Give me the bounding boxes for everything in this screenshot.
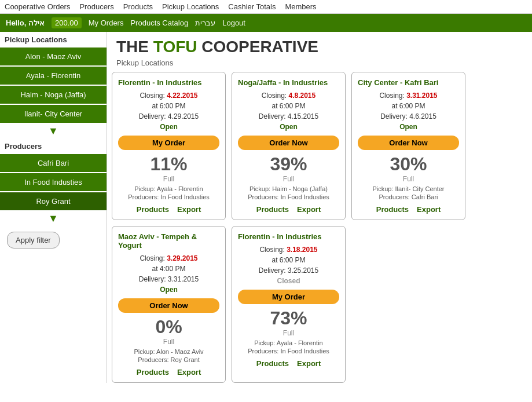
pickup-detail: Pickup: Ilanit- City Center xyxy=(358,185,459,192)
pickup-detail: Pickup: Ayala - Florentin xyxy=(238,339,339,346)
card-links: Products Export xyxy=(118,368,219,377)
order-card: Florentin - In Industries Closing: 4.22.… xyxy=(112,72,226,220)
closing-time: at 6:00 PM xyxy=(391,102,425,110)
order-status: Closed xyxy=(277,277,300,285)
closing-date: 4.8.2015 xyxy=(288,92,315,100)
order-card: Noga/Jaffa - In Industries Closing: 4.8.… xyxy=(232,72,346,220)
percent-display: 0% xyxy=(118,316,219,338)
pickup-section-title: Pickup Locations xyxy=(0,32,107,47)
site-title-rest: COOPERATIVE xyxy=(197,38,318,56)
pickup-detail: Pickup: Ayala - Florentin xyxy=(118,185,219,192)
producers-chevron-down[interactable]: ▼ xyxy=(0,211,107,226)
hebrew-link[interactable]: עברית xyxy=(195,19,215,27)
card-closing-info: Closing: 3.18.2015 at 6:00 PM Delivery: … xyxy=(238,244,339,286)
products-link[interactable]: Products xyxy=(256,205,289,214)
sidebar-item-ilanit[interactable]: Ilanit- City Center xyxy=(0,105,107,123)
percent-display: 30% xyxy=(358,154,459,175)
export-link[interactable]: Export xyxy=(177,368,201,377)
order-status: Open xyxy=(280,123,298,131)
producers-detail: Producers: Cafri Bari xyxy=(358,193,459,200)
credit-amount: 200.00 xyxy=(52,17,82,28)
products-link[interactable]: Products xyxy=(137,368,169,377)
site-title-highlight: TOFU xyxy=(153,38,197,56)
closing-time: at 4:00 PM xyxy=(152,265,185,273)
export-link[interactable]: Export xyxy=(417,205,441,214)
nav-products[interactable]: Products xyxy=(123,2,153,11)
delivery-date: Delivery: 3.31.2015 xyxy=(139,275,199,283)
sidebar: Pickup Locations Alon - Maoz Aviv Ayala … xyxy=(0,32,107,383)
green-bar: Hello, אילה 200.00 My Orders Products Ca… xyxy=(0,14,532,32)
order-button[interactable]: My Order xyxy=(238,290,339,304)
nav-cooperative-orders[interactable]: Cooperative Orders xyxy=(5,2,70,11)
pickup-locations-label: Pickup Locations xyxy=(107,56,532,72)
sidebar-item-infood[interactable]: In Food Industies xyxy=(0,173,107,191)
card-title: Noga/Jaffa - In Industries xyxy=(238,78,339,87)
order-card: Maoz Aviv - Tempeh & Yogurt Closing: 3.2… xyxy=(112,226,226,383)
card-title: Maoz Aviv - Tempeh & Yogurt xyxy=(118,232,219,250)
nav-cashier-totals[interactable]: Cashier Totals xyxy=(228,2,276,11)
card-closing-info: Closing: 3.31.2015 at 6:00 PM Delivery: … xyxy=(358,90,459,132)
my-orders-link[interactable]: My Orders xyxy=(89,19,124,27)
sidebar-item-ayala[interactable]: Ayala - Florentin xyxy=(0,67,107,85)
producers-detail: Producers: Roy Grant xyxy=(118,356,219,363)
order-status: Open xyxy=(160,123,178,131)
order-button[interactable]: Order Now xyxy=(238,136,339,150)
main-content: THE TOFU COOPERATIVE Pickup Locations Fl… xyxy=(107,32,532,383)
sidebar-item-roygrant[interactable]: Roy Grant xyxy=(0,192,107,210)
order-button[interactable]: Order Now xyxy=(118,298,219,313)
full-label: Full xyxy=(358,175,459,183)
delivery-date: Delivery: 4.15.2015 xyxy=(259,112,318,120)
producers-detail: Producers: In Food Industies xyxy=(238,193,339,200)
closing-label: Closing: xyxy=(262,92,287,100)
pickup-detail: Pickup: Alon - Maoz Aviv xyxy=(118,348,219,355)
closing-date: 4.22.2015 xyxy=(167,92,197,100)
closing-label: Closing: xyxy=(140,254,164,262)
cards-grid: Florentin - In Industries Closing: 4.22.… xyxy=(107,72,532,383)
closing-date: 3.18.2015 xyxy=(287,246,317,254)
sidebar-item-alon[interactable]: Alon - Maoz Aviv xyxy=(0,47,107,65)
apply-filter-button[interactable]: Apply filter xyxy=(7,232,60,248)
order-card: City Center - Kafri Bari Closing: 3.31.2… xyxy=(351,72,465,220)
order-button[interactable]: Order Now xyxy=(358,136,459,150)
order-status: Open xyxy=(399,123,417,131)
site-title: THE TOFU COOPERATIVE xyxy=(107,32,532,56)
pickup-detail: Pickup: Haim - Noga (Jaffa) xyxy=(238,185,339,192)
percent-display: 39% xyxy=(238,154,339,175)
card-title: City Center - Kafri Bari xyxy=(358,78,459,87)
products-link[interactable]: Products xyxy=(376,205,409,214)
export-link[interactable]: Export xyxy=(297,205,321,214)
closing-label: Closing: xyxy=(140,92,164,100)
producers-detail: Producers: In Food Industies xyxy=(238,348,339,355)
producers-section-title: Producers xyxy=(0,138,107,154)
body-wrapper: Pickup Locations Alon - Maoz Aviv Ayala … xyxy=(0,32,532,383)
products-link[interactable]: Products xyxy=(137,205,169,214)
card-title: Florentin - In Industries xyxy=(238,232,339,241)
full-label: Full xyxy=(238,175,339,183)
pickup-chevron-down[interactable]: ▼ xyxy=(0,124,107,138)
products-catalog-link[interactable]: Products Catalog xyxy=(130,19,188,27)
export-link[interactable]: Export xyxy=(177,205,201,214)
nav-pickup-locations[interactable]: Pickup Locations xyxy=(162,2,219,11)
nav-producers[interactable]: Producers xyxy=(79,2,113,11)
closing-time: at 6:00 PM xyxy=(152,102,185,110)
order-card: Florentin - In Industries Closing: 3.18.… xyxy=(232,226,346,383)
sidebar-item-haim[interactable]: Haim - Noga (Jaffa) xyxy=(0,86,107,104)
closing-time: at 6:00 PM xyxy=(271,102,305,110)
producers-detail: Producers: In Food Industies xyxy=(118,193,219,200)
card-title: Florentin - In Industries xyxy=(118,78,219,87)
logout-link[interactable]: Logout xyxy=(222,19,245,27)
sidebar-item-cafri[interactable]: Cafri Bari xyxy=(0,154,107,172)
order-status: Open xyxy=(160,286,178,294)
products-link[interactable]: Products xyxy=(256,359,289,368)
closing-date: 3.31.2015 xyxy=(406,92,437,100)
delivery-date: Delivery: 3.25.2015 xyxy=(259,266,318,275)
card-closing-info: Closing: 3.29.2015 at 4:00 PM Delivery: … xyxy=(118,253,219,295)
order-button[interactable]: My Order xyxy=(118,136,219,150)
top-navigation: Cooperative Orders Producers Products Pi… xyxy=(0,0,532,14)
delivery-date: Delivery: 4.6.2015 xyxy=(380,112,436,120)
delivery-date: Delivery: 4.29.2015 xyxy=(139,112,199,120)
nav-members[interactable]: Members xyxy=(285,2,316,11)
export-link[interactable]: Export xyxy=(297,359,321,368)
percent-display: 11% xyxy=(118,154,219,175)
closing-label: Closing: xyxy=(379,92,404,100)
